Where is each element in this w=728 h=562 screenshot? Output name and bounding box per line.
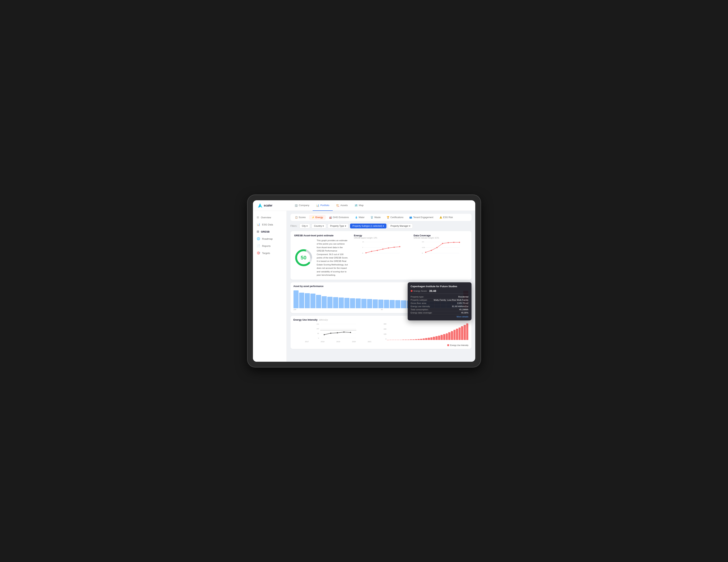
svg-point-12 xyxy=(371,251,372,252)
tab-company[interactable]: 🏢 Company xyxy=(291,200,313,211)
eui-bar xyxy=(456,329,458,340)
filter-property-subtype[interactable]: Property Subtype (1 selected) ▾ xyxy=(350,224,387,229)
eui-bar xyxy=(405,339,407,340)
svg-point-30 xyxy=(459,242,460,243)
energy-chart-subtitle: GRESB aspect weight: 14% xyxy=(354,237,408,239)
tooltip-total-consumption: Total consumption: 45.1MWh xyxy=(411,308,468,311)
sidebar-item-gresb[interactable]: ⊟ GRESB xyxy=(253,228,287,235)
sidebar-item-roadmap[interactable]: 🌐 Roadmap xyxy=(253,235,287,242)
eui-bar xyxy=(430,337,433,340)
eui-bar xyxy=(461,326,463,340)
sub-navigation: 📋 Scores ⚡ Energy 🏭 GHG Emissions 💧 Wate… xyxy=(290,214,472,221)
tab-portfolio[interactable]: 📊 Portfolio xyxy=(313,200,333,211)
tab-assets[interactable]: 🏗️ Assets xyxy=(333,200,351,211)
asset-bar xyxy=(299,292,304,308)
reports-icon: 📄 xyxy=(257,244,260,248)
tenant-icon: 👥 xyxy=(409,216,412,219)
filter-property-manager-label: Property Manager xyxy=(390,225,408,227)
sidebar-item-reports[interactable]: 📄 Reports xyxy=(253,242,287,250)
filter-property-type[interactable]: Property Type ▾ xyxy=(328,224,348,229)
subtab-energy[interactable]: ⚡ Energy xyxy=(309,215,326,220)
subtab-ghg[interactable]: 🏭 GHG Emissions xyxy=(327,215,352,220)
eui-unit: kWh/m2/yr xyxy=(319,319,328,321)
tab-assets-label: Assets xyxy=(340,204,348,207)
subtab-water[interactable]: 💧 Water xyxy=(352,215,367,220)
eui-bar xyxy=(451,331,453,340)
eui-bar xyxy=(443,334,445,340)
subtab-waste[interactable]: 🗑️ Waste xyxy=(368,215,383,220)
chevron-down-subtype: ▾ xyxy=(383,225,384,227)
eui-bar xyxy=(446,333,448,340)
svg-point-41 xyxy=(330,332,331,334)
logo-icon xyxy=(257,203,263,208)
property-subtype-key: Property subtype: xyxy=(411,299,428,301)
sidebar-item-overview[interactable]: ⊞ Overview xyxy=(253,214,287,221)
subtab-scores[interactable]: 📋 Scores xyxy=(292,215,308,220)
energy-icon: ⚡ xyxy=(312,216,315,219)
chevron-down-country: ▾ xyxy=(323,225,324,227)
asset-bar xyxy=(367,299,372,308)
svg-point-24 xyxy=(425,252,426,253)
gresb-description: This graph provides an estimate of the p… xyxy=(317,239,348,277)
energy-line-chart: 14 7 0 xyxy=(354,240,408,255)
asset-bar xyxy=(333,297,338,308)
tab-portfolio-label: Portfolio xyxy=(320,204,329,207)
subtab-ghg-label: GHG Emissions xyxy=(333,216,349,219)
eui-bar xyxy=(423,338,425,340)
filter-city[interactable]: City ▾ xyxy=(299,224,310,229)
asset-bar xyxy=(350,298,355,308)
tooltip-score-row: Energy Score: 39.48 xyxy=(411,289,468,294)
gross-floor-val: 1105.70 m2 xyxy=(457,302,468,304)
svg-text:50: 50 xyxy=(317,332,319,334)
tab-company-label: Company xyxy=(299,204,309,207)
eui-bar xyxy=(418,339,420,340)
filter-country[interactable]: Country ▾ xyxy=(312,224,326,229)
subtab-certs[interactable]: 🏆 Certifications xyxy=(384,215,406,220)
eui-bar xyxy=(407,339,410,340)
eui-section: Energy Use Intensity kWh/m2/yr 150 xyxy=(290,316,472,349)
more-details-link[interactable]: More details xyxy=(411,315,468,318)
tab-map[interactable]: 🗺️ Map xyxy=(351,200,367,211)
asset-bar xyxy=(390,300,395,308)
subtab-tenant[interactable]: 👥 Tenant Engagement xyxy=(407,215,436,220)
top-navigation: scaler 🏢 Company 📊 Portfolio 🏗️ Assets 🗺… xyxy=(253,200,475,211)
subtab-scores-label: Scores xyxy=(299,216,306,219)
tooltip-title: Copenhagen Institute for Future Studies xyxy=(411,285,468,288)
subtab-esg-risk[interactable]: ⚠️ ESG Risk xyxy=(437,215,456,220)
tooltip-property-type: Property type: Residental xyxy=(411,295,468,298)
eui-left-chart: 150 100 50 0 xyxy=(293,323,377,342)
svg-point-13 xyxy=(377,250,378,251)
eui-right-bar-chart xyxy=(387,323,468,340)
filter-city-label: City xyxy=(302,225,306,227)
sidebar-item-esg-data[interactable]: 📊 ESG Data xyxy=(253,221,287,228)
sidebar-label-targets: Targets xyxy=(262,252,270,255)
eui-title: Energy Use Intensity xyxy=(293,318,318,321)
svg-point-29 xyxy=(453,242,454,243)
sidebar-item-targets[interactable]: 🎯 Targets xyxy=(253,250,287,257)
eui-bar xyxy=(453,330,456,340)
eui-legend: Energy Use Intensity xyxy=(293,344,468,346)
energy-chart-title: Energy xyxy=(354,234,408,237)
asset-bar xyxy=(327,297,332,308)
energy-coverage-key: Energy data coverage: xyxy=(411,311,432,314)
content-area: 📋 Scores ⚡ Energy 🏭 GHG Emissions 💧 Wate… xyxy=(287,211,475,362)
eui-bar xyxy=(412,339,415,340)
eui-bar xyxy=(402,339,404,340)
year-2019: 2019 xyxy=(336,341,340,342)
main-layout: ⊞ Overview 📊 ESG Data ⊟ GRESB 🌐 Roadmap … xyxy=(253,211,475,362)
svg-point-40 xyxy=(324,334,325,335)
logo: scaler xyxy=(257,203,291,208)
asset-bar xyxy=(356,298,361,308)
certs-icon: 🏆 xyxy=(387,216,389,219)
esg-risk-icon: ⚠️ xyxy=(439,216,442,219)
sidebar-label-reports: Reports xyxy=(262,245,271,248)
svg-point-44 xyxy=(350,332,351,333)
subtab-esg-risk-label: ESG Risk xyxy=(443,216,453,219)
tooltip-gross-floor: Gross floor area: 1105.70 m2 xyxy=(411,301,468,305)
tooltip-energy-use: Energy use intensity 81.60 kWh/m2/yr xyxy=(411,305,468,308)
data-coverage-title: Data Coverage xyxy=(414,234,468,237)
ghg-icon: 🏭 xyxy=(329,216,332,219)
eui-bar xyxy=(415,339,417,340)
svg-point-16 xyxy=(394,247,395,248)
filter-property-manager[interactable]: Property Manager ▾ xyxy=(388,224,413,229)
